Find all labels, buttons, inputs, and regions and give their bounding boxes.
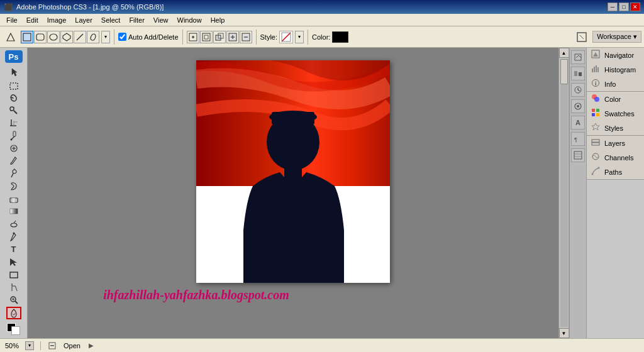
rounded-rect-btn[interactable] [34,31,47,43]
brush-tool[interactable] [6,155,21,167]
menu-image[interactable]: Image [43,15,70,25]
menu-file[interactable]: File [3,15,21,25]
svg-point-80 [594,97,599,102]
panel-icon-4[interactable] [571,99,585,113]
left-toolbar: Ps [0,48,28,338]
type-tool[interactable]: T [6,244,21,255]
layers-label: Layers [604,140,625,147]
line-btn[interactable] [74,31,86,43]
marquee-tool[interactable] [6,80,21,91]
path-select-tool[interactable] [6,256,21,268]
svg-rect-31 [13,131,16,136]
menu-edit[interactable]: Edit [23,15,42,25]
svg-rect-83 [592,113,595,116]
style-dropdown[interactable]: ▾ [295,31,304,43]
svg-line-50 [15,301,18,304]
panel-swatches[interactable]: Swatches [587,106,644,121]
ellipse-btn[interactable] [47,31,60,43]
zoom-dropdown-btn[interactable]: ▾ [25,341,34,350]
burn-tool[interactable] [6,307,21,319]
status-bar: 50% ▾ Open ▶ [0,338,644,352]
panel-color[interactable]: Color [587,92,644,106]
menu-view[interactable]: View [150,15,172,25]
path-tool-1[interactable] [3,29,19,45]
menu-layer[interactable]: Layer [71,15,96,25]
panel-channels[interactable]: Channels [587,150,644,165]
zoom-tool[interactable] [6,294,21,305]
minimize-button[interactable]: ─ [608,3,618,11]
path-mode-2[interactable] [200,31,213,43]
crop-tool[interactable] [6,118,21,129]
hand-tool[interactable] [6,282,21,293]
polygon-btn[interactable] [60,31,73,43]
panel-info[interactable]: i Info [587,77,644,91]
maximize-button[interactable]: □ [619,3,629,11]
panel-group-3: Layers Channels Paths [587,136,644,180]
vertical-scrollbar[interactable]: ▲ ▼ [558,48,569,338]
panel-icon-6[interactable]: ¶ [571,132,585,146]
svg-rect-22 [10,83,18,89]
swatches-icon [591,108,601,119]
panel-layers[interactable]: Layers [587,136,644,150]
title-bar: ⬛ Adobe Photoshop CS3 - [1.jpg @ 50% (RG… [0,0,644,14]
path-mode-1[interactable] [187,31,199,43]
path-mode-3[interactable] [213,31,226,43]
panel-icon-1[interactable] [571,50,585,64]
magic-wand-tool[interactable] [6,105,21,116]
panel-group-2: Color Swatches Styles [587,92,644,136]
workspace-button[interactable]: Workspace ▾ [592,31,641,43]
path-dropdown-btn[interactable]: ▾ [101,31,110,43]
style-icon[interactable] [279,31,293,43]
svg-rect-76 [597,67,599,72]
scroll-up-btn[interactable]: ▲ [559,48,569,58]
svg-marker-0 [7,33,14,41]
scroll-down-btn[interactable]: ▼ [559,328,569,338]
style-box: Style: ▾ [260,31,304,43]
status-icon-1[interactable] [47,341,57,351]
panel-histogram[interactable]: Histogram [587,62,644,77]
svg-marker-4 [63,33,70,41]
auto-add-delete-input[interactable] [118,33,126,41]
panel-styles[interactable]: Styles [587,121,644,135]
heal-tool[interactable] [6,143,21,154]
menu-help[interactable]: Help [207,15,229,25]
move-tool[interactable] [6,67,21,78]
shape-tool[interactable] [6,269,21,280]
menu-select[interactable]: Select [97,15,125,25]
canvas-image [196,60,390,283]
panel-icon-2[interactable] [571,67,585,80]
panel-icon-7[interactable] [571,148,585,162]
fg-bg-colors[interactable] [7,323,21,336]
menu-filter[interactable]: Filter [125,15,148,25]
svg-point-7 [192,36,194,38]
custom-shape-btn[interactable] [87,31,99,43]
status-arrow-btn[interactable]: ▶ [87,341,96,350]
panel-icon-3[interactable] [571,83,585,97]
canvas-wrapper-outer: ihfazhillah-yahfazhka.blogspot.com [196,60,390,303]
panel-icon-5[interactable]: A [571,116,585,129]
clone-tool[interactable] [6,168,21,179]
color-swatch[interactable] [332,31,348,43]
scroll-track[interactable] [560,59,568,327]
history-brush-tool[interactable] [6,180,21,192]
auto-add-delete-checkbox[interactable]: Auto Add/Delete [118,33,179,41]
toolbar-sep-1 [114,30,114,45]
gradient-tool[interactable] [6,206,21,217]
eraser-tool[interactable] [6,193,21,204]
rect-shape-btn[interactable] [21,31,33,43]
color-icon [591,94,601,104]
scroll-thumb[interactable] [560,59,568,84]
close-button[interactable]: ✕ [630,3,640,11]
eyedropper-tool[interactable] [6,130,21,141]
path-mode-5[interactable] [240,31,252,43]
svg-rect-47 [10,272,18,278]
dodge-tool[interactable] [6,218,21,229]
lasso-tool[interactable] [6,92,21,104]
channels-icon [591,152,601,163]
menu-window[interactable]: Window [174,15,206,25]
panel-navigator[interactable]: Navigator [587,48,644,62]
pen-tool[interactable] [6,231,21,242]
path-mode-4[interactable] [226,31,239,43]
toolbar-icon-1[interactable] [574,29,590,45]
panel-paths[interactable]: Paths [587,165,644,179]
